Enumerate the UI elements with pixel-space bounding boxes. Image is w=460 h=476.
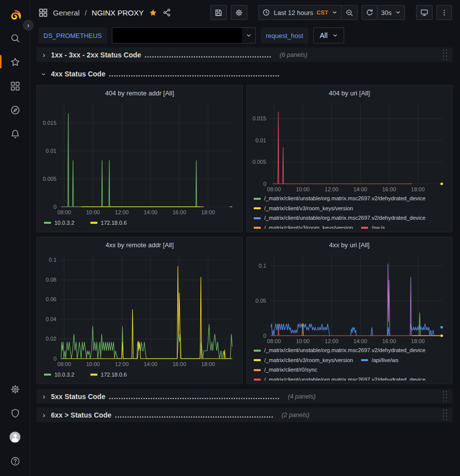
help-icon: [10, 456, 20, 467]
dashboard-row-4xx[interactable]: › 4xx Status Code ......................…: [36, 67, 453, 81]
row-title: 1xx - 3xx - 2xx Status Code: [51, 51, 141, 59]
legend-item[interactable]: /_matrix/client/unstable/org.matrix.msc2…: [254, 194, 426, 204]
svg-text:0.005: 0.005: [42, 176, 56, 182]
legend-item[interactable]: 10.0.3.2: [44, 220, 74, 226]
sidebar: ›: [0, 0, 30, 476]
sidebar-item-explore[interactable]: [0, 98, 30, 122]
legend-series-label: 172.18.0.6: [101, 220, 127, 226]
legend-series-label: /_matrix/client/unstable/org.matrix.msc2…: [264, 213, 426, 223]
legend-series-color: [254, 198, 261, 200]
legend-item[interactable]: /_matrix/client/unstable/org.matrix.msc2…: [254, 375, 426, 381]
legend-item[interactable]: /_matrix/client/v3/room_keys/version: [254, 204, 353, 214]
time-range-picker[interactable]: Last 12 hours CST: [258, 5, 342, 20]
variable-label-request-host[interactable]: request_host: [261, 27, 308, 43]
gear-icon: [10, 384, 20, 395]
legend-item[interactable]: /_matrix/client/unstable/org.matrix.msc2…: [254, 213, 426, 223]
sidebar-item-alerting[interactable]: [0, 122, 30, 146]
legend-series-label: /_matrix/client/unstable/org.matrix.msc2…: [264, 346, 426, 356]
svg-text:0.06: 0.06: [46, 296, 56, 302]
svg-text:0.015: 0.015: [252, 115, 266, 121]
panel-title[interactable]: 4xx by remote addr [All]: [41, 239, 238, 251]
svg-text:0.01: 0.01: [256, 137, 266, 143]
star-filled-icon[interactable]: [149, 8, 157, 17]
svg-text:12:00: 12:00: [325, 186, 339, 192]
breadcrumb-section[interactable]: General: [53, 8, 79, 17]
svg-text:16:00: 16:00: [382, 338, 396, 344]
drag-handle-icon[interactable]: [443, 391, 448, 402]
chevron-down-icon: [395, 9, 401, 15]
svg-text:14:00: 14:00: [354, 186, 368, 192]
legend-item[interactable]: /api/live/ws: [361, 356, 399, 366]
save-icon: [214, 8, 223, 17]
drag-handle-icon[interactable]: [443, 409, 448, 420]
dashboard-row-5xx[interactable]: › 5xx Status Code ......................…: [36, 389, 453, 404]
chevron-right-icon: ›: [40, 392, 47, 401]
legend-series-label: /_matrix/client/unstable/org.matrix.msc2…: [264, 194, 426, 204]
avatar-icon: [8, 431, 21, 444]
sidebar-item-starred[interactable]: [0, 50, 30, 74]
legend-item[interactable]: /_matrix/client/v3/room_keys/version: [254, 223, 353, 229]
panel-plot[interactable]: 00.0050.010.01508:0010:0012:0014:0016:00…: [251, 99, 448, 194]
row-dots: ........................................…: [109, 70, 280, 78]
legend-item[interactable]: 172.18.0.6: [90, 220, 127, 226]
navbar: General / NGINX PROXY Last 12 hours CST: [30, 0, 460, 25]
legend-series-color: [361, 227, 368, 229]
legend-series-label: 172.18.0.6: [101, 372, 127, 378]
legend-item[interactable]: 172.18.0.6: [90, 372, 127, 378]
legend-series-color: [44, 374, 51, 376]
share-icon[interactable]: [162, 8, 171, 17]
panel-title[interactable]: 4xx by uri [All]: [251, 239, 448, 251]
save-dashboard-button[interactable]: [210, 5, 227, 20]
svg-text:08:00: 08:00: [57, 361, 71, 367]
drag-handle-icon[interactable]: [443, 49, 448, 60]
time-controls: Last 12 hours CST: [258, 5, 358, 20]
breadcrumb-dashboard-title[interactable]: NGINX PROXY: [92, 8, 144, 17]
time-range-label: Last 12 hours: [274, 9, 313, 16]
variables-bar: DS_PROMETHEUS request_host All: [30, 25, 460, 47]
sidebar-item-server-admin[interactable]: [0, 401, 30, 425]
refresh-button[interactable]: [362, 5, 378, 20]
chevron-right-icon: ›: [40, 50, 47, 59]
sidebar-item-user-profile[interactable]: [0, 425, 30, 449]
tv-mode-button[interactable]: [416, 5, 433, 20]
request-host-select[interactable]: All: [313, 27, 344, 43]
panel-plot[interactable]: 00.0050.010.01508:0010:0012:0014:0016:00…: [41, 99, 238, 217]
panel-title[interactable]: 404 by uri [All]: [251, 87, 448, 99]
chevron-down-icon: [242, 32, 255, 38]
zoom-out-time-button[interactable]: [342, 5, 358, 20]
sidebar-item-configuration[interactable]: [0, 377, 30, 401]
refresh-icon: [366, 8, 374, 16]
dashboard-row-6xx[interactable]: › 6xx > Status Code ....................…: [36, 408, 453, 422]
panel-2: 404 by uri [All]00.0050.010.01508:0010:0…: [246, 85, 453, 232]
svg-text:0: 0: [263, 181, 266, 187]
legend-series-color: [90, 222, 97, 224]
svg-text:18:00: 18:00: [201, 209, 215, 215]
sidebar-item-dashboards[interactable]: [0, 74, 30, 98]
svg-text:14:00: 14:00: [144, 361, 158, 367]
apps-grid-icon: [38, 8, 48, 17]
legend-item[interactable]: /_matrix/client/v3/room_keys/version: [254, 356, 353, 366]
datasource-select[interactable]: [112, 27, 256, 43]
panel-plot[interactable]: 00.020.040.060.080.108:0010:0012:0014:00…: [41, 251, 238, 369]
sidebar-expand-button[interactable]: ›: [23, 20, 33, 30]
refresh-interval-dropdown[interactable]: 30s: [378, 5, 405, 20]
legend-item[interactable]: /_matrix/client/r0/sync: [254, 365, 317, 375]
legend-item[interactable]: /sw.js: [361, 223, 385, 229]
legend-item[interactable]: /_matrix/client/unstable/org.matrix.msc2…: [254, 346, 426, 356]
legend-series-color: [254, 217, 261, 219]
svg-text:10:00: 10:00: [296, 186, 310, 192]
dashboard-row-1xx-3xx-2xx[interactable]: › 1xx - 3xx - 2xx Status Code ..........…: [36, 47, 453, 62]
sidebar-item-help[interactable]: [0, 449, 30, 473]
search-icon: [10, 33, 20, 43]
variable-label-datasource[interactable]: DS_PROMETHEUS: [38, 27, 107, 43]
shield-icon: [10, 408, 20, 419]
legend-series-label: /_matrix/client/v3/room_keys/version: [264, 204, 353, 214]
kebab-menu-button[interactable]: [437, 5, 452, 20]
legend-item[interactable]: 10.0.3.2: [44, 372, 74, 378]
row-panel-count: (6 panels): [280, 51, 308, 58]
request-host-value: All: [320, 31, 328, 39]
panel-plot[interactable]: 00.050.108:0010:0012:0014:0016:0018:00: [251, 251, 448, 346]
row-panel-count: (4 panels): [288, 393, 316, 400]
dashboard-settings-button[interactable]: [231, 5, 247, 20]
panel-title[interactable]: 404 by remote addr [All]: [41, 87, 238, 99]
